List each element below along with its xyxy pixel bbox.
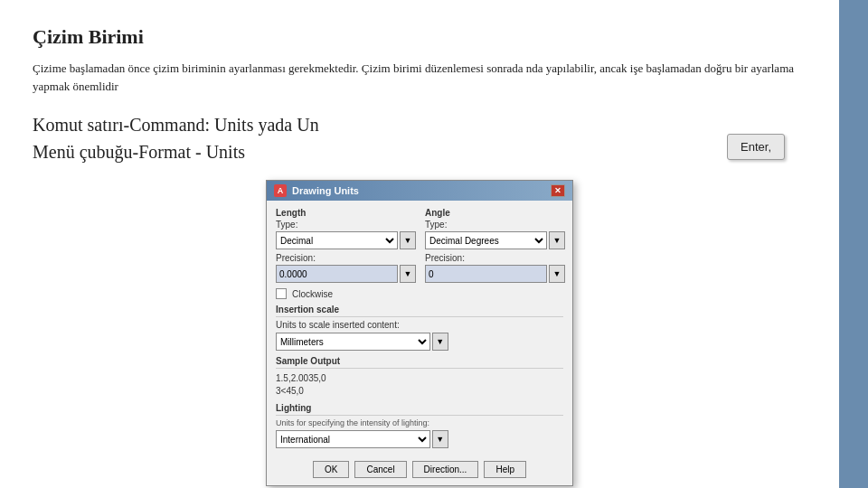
angle-type-select[interactable]: Decimal Degrees xyxy=(425,231,547,249)
dialog-footer: OK Cancel Direction... Help xyxy=(267,455,572,485)
help-button[interactable]: Help xyxy=(484,461,526,478)
command-text: Komut satırı-Command: Units yada Un Menü… xyxy=(33,111,807,165)
angle-precision-label: Precision: xyxy=(425,253,565,263)
clockwise-row: Clockwise xyxy=(276,288,563,299)
drawing-units-dialog: A Drawing Units ✕ Length Type: Decimal ▼ xyxy=(266,180,573,486)
dialog-body: Length Type: Decimal ▼ Precision: ▼ xyxy=(267,201,572,455)
length-type-arrow[interactable]: ▼ xyxy=(400,231,416,249)
insertion-scale-sublabel: Units to scale inserted content: xyxy=(276,320,563,330)
insertion-scale-select[interactable]: Millimeters xyxy=(276,333,430,351)
direction-button[interactable]: Direction... xyxy=(412,461,479,478)
dialog-container: A Drawing Units ✕ Length Type: Decimal ▼ xyxy=(33,180,807,486)
dialog-title: Drawing Units xyxy=(292,185,359,196)
dialog-titlebar-left: A Drawing Units xyxy=(274,184,359,197)
dialog-length-col: Length Type: Decimal ▼ Precision: ▼ xyxy=(276,208,416,283)
insertion-scale-select-row: Millimeters ▼ xyxy=(276,333,448,351)
dialog-two-col-length-angle: Length Type: Decimal ▼ Precision: ▼ xyxy=(276,208,563,283)
sample-output-line1: 1.5,2.0035,0 xyxy=(276,372,563,385)
description: Çizime başlamadan önce çizim biriminin a… xyxy=(33,60,807,95)
length-label: Length xyxy=(276,208,416,218)
lighting-title: Lighting xyxy=(276,403,563,416)
lighting-sublabel: Units for specifying the intensity of li… xyxy=(276,418,563,427)
insertion-scale-title: Insertion scale xyxy=(276,305,563,317)
command-line1: Komut satırı-Command: Units yada Un xyxy=(33,111,807,138)
precision-input[interactable] xyxy=(276,265,398,283)
insertion-scale-arrow[interactable]: ▼ xyxy=(432,333,448,351)
angle-type-arrow[interactable]: ▼ xyxy=(549,231,565,249)
sample-output-title: Sample Output xyxy=(276,356,563,369)
angle-precision-input[interactable] xyxy=(425,265,547,283)
right-sidebar xyxy=(839,0,868,488)
lighting-select-row: International ▼ xyxy=(276,430,448,448)
sample-output: 1.5,2.0035,0 3<45,0 xyxy=(276,372,563,398)
enter-button-area: Enter, xyxy=(727,134,785,160)
precision-label: Precision: xyxy=(276,253,416,263)
precision-input-row: ▼ xyxy=(276,265,416,283)
clockwise-checkbox[interactable] xyxy=(276,288,287,299)
angle-type-select-row: Decimal Degrees ▼ xyxy=(425,231,565,249)
length-type-select-row: Decimal ▼ xyxy=(276,231,416,249)
precision-dropdown-btn[interactable]: ▼ xyxy=(400,265,416,283)
cancel-button[interactable]: Cancel xyxy=(354,461,406,478)
length-type-select[interactable]: Decimal xyxy=(276,231,398,249)
dialog-angle-col: Angle Type: Decimal Degrees ▼ Precision:… xyxy=(425,208,565,283)
sample-output-line2: 3<45,0 xyxy=(276,385,563,398)
lighting-arrow[interactable]: ▼ xyxy=(432,430,448,448)
command-line2: Menü çubuğu-Format - Units xyxy=(33,138,807,165)
angle-precision-dropdown-btn[interactable]: ▼ xyxy=(549,265,565,283)
dialog-app-icon: A xyxy=(274,184,287,197)
dialog-close-button[interactable]: ✕ xyxy=(551,184,565,197)
angle-type-label: Type: xyxy=(425,220,565,230)
dialog-titlebar: A Drawing Units ✕ xyxy=(267,181,572,201)
clockwise-label: Clockwise xyxy=(292,289,333,299)
main-content: Çizim Birimi Çizime başlamadan önce çizi… xyxy=(0,0,839,488)
page-title: Çizim Birimi xyxy=(33,25,807,49)
lighting-select[interactable]: International xyxy=(276,430,430,448)
angle-label: Angle xyxy=(425,208,565,218)
angle-precision-input-row: ▼ xyxy=(425,265,565,283)
enter-button[interactable]: Enter, xyxy=(727,134,785,160)
length-type-label: Type: xyxy=(276,220,416,230)
ok-button[interactable]: OK xyxy=(313,461,349,478)
